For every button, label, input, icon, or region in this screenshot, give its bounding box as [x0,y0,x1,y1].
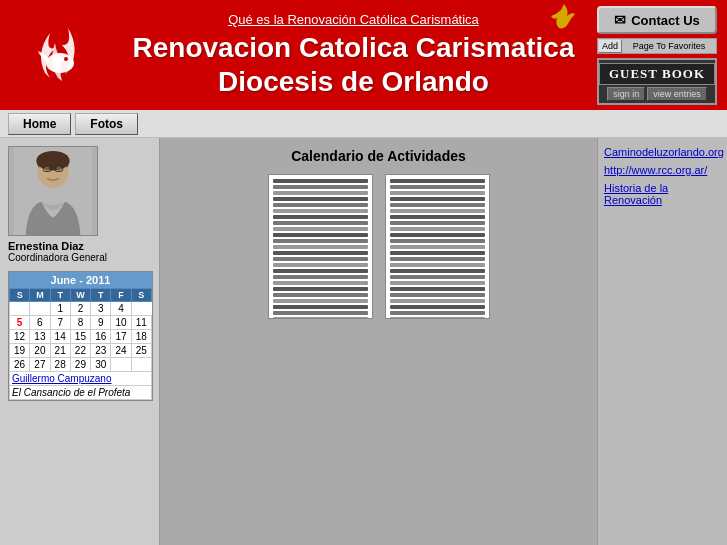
svg-point-7 [56,167,61,171]
cal-day-sat: S [131,289,151,302]
cal-day-thu: T [91,289,111,302]
cal-cell: 14 [50,330,70,344]
main-content: Ernestina Diaz Coordinadora General June… [0,138,727,545]
guestbook-signin-button[interactable]: sign in [607,87,645,101]
cal-day-wed: W [70,289,90,302]
person-avatar [13,147,93,235]
cal-cell: 30 [91,358,111,372]
document-image-1[interactable] [268,174,373,319]
add-favorites-bar: Add Page To Favorites [597,38,717,54]
cal-cell: 19 [10,344,30,358]
table-row: 5 6 7 8 9 10 11 [10,316,152,330]
calendar: June - 2011 S M T W T F S 1 2 3 4 [8,271,153,401]
cal-cell: 22 [70,344,90,358]
side-link-caminodelu[interactable]: Caminodeluzorlando.org [604,146,721,158]
person-name: Ernestina Diaz [8,240,151,252]
navigation: Home Fotos [0,110,727,138]
guestbook-title: GUEST BOOK [599,63,715,85]
cal-cell: 24 [111,344,131,358]
subtitle-link[interactable]: Qué es la Renovación Católica Carismátic… [228,12,479,27]
cal-cell: Guillermo Campuzano [10,372,152,386]
cal-cell: 10 [111,316,131,330]
cal-cell: 20 [30,344,50,358]
cal-cell: 6 [30,316,50,330]
cal-cell [111,358,131,372]
document-image-2[interactable] [385,174,490,319]
logo-area [0,0,120,110]
table-row: 1 2 3 4 [10,302,152,316]
header-right: ✉ Contact Us Add Page To Favorites GUEST… [587,0,727,110]
cal-cell: 9 [91,316,111,330]
side-link-rcc[interactable]: http://www.rcc.org.ar/ [604,164,721,176]
cal-cell: 17 [111,330,131,344]
cal-cell-today: 5 [10,316,30,330]
sidebar: Ernestina Diaz Coordinadora General June… [0,138,160,545]
cal-cell [10,302,30,316]
person-role: Coordinadora General [8,252,151,263]
cal-day-sun: S [10,289,30,302]
cal-day-mon: M [30,289,50,302]
add-button[interactable]: Add [598,39,622,53]
cal-cell [131,358,151,372]
page-to-favorites-label: Page To Favorites [622,41,716,51]
contact-button[interactable]: ✉ Contact Us [597,6,717,34]
cal-cell: 11 [131,316,151,330]
cal-cell: 15 [70,330,90,344]
mail-icon: ✉ [614,12,626,28]
cal-cell: 12 [10,330,30,344]
cal-event-subtitle: El Cansancio de el Profeta [10,386,152,400]
cal-cell: 18 [131,330,151,344]
cal-day-fri: F [111,289,131,302]
fotos-nav-button[interactable]: Fotos [75,113,138,135]
header: Qué es la Renovación Católica Carismátic… [0,0,727,110]
cal-cell: 16 [91,330,111,344]
calendar-header: June - 2011 [9,272,152,288]
cal-cell: 3 [91,302,111,316]
cal-day-tue: T [50,289,70,302]
content-area: Calendario de Actividades [160,138,597,545]
cal-cell: 21 [50,344,70,358]
svg-point-2 [64,57,68,61]
cal-cell: 8 [70,316,90,330]
table-row: 26 27 28 29 30 [10,358,152,372]
cal-cell: 27 [30,358,50,372]
side-links: Caminodeluzorlando.org http://www.rcc.or… [597,138,727,545]
cal-cell [30,302,50,316]
guestbook-area: GUEST BOOK sign in view entries [597,58,717,105]
cal-cell: 26 [10,358,30,372]
content-title: Calendario de Actividades [291,148,466,164]
home-nav-button[interactable]: Home [8,113,71,135]
logo-icon [20,13,100,98]
cal-cell: 13 [30,330,50,344]
cal-cell: 1 [50,302,70,316]
person-photo [8,146,98,236]
header-center: Qué es la Renovación Católica Carismátic… [120,0,587,110]
svg-point-6 [45,167,50,171]
cal-cell: 25 [131,344,151,358]
table-row: Guillermo Campuzano [10,372,152,386]
cal-cell: 7 [50,316,70,330]
cal-cell: 4 [111,302,131,316]
cal-cell: 29 [70,358,90,372]
cal-cell: 28 [50,358,70,372]
svg-point-1 [46,53,74,73]
calendar-event-link[interactable]: Guillermo Campuzano [12,373,112,384]
table-row: 12 13 14 15 16 17 18 [10,330,152,344]
header-dove-icon [549,2,579,32]
table-row: El Cansancio de el Profeta [10,386,152,400]
guestbook-view-button[interactable]: view entries [647,87,707,101]
side-link-historia[interactable]: Historia de la Renovación [604,182,721,206]
calendar-grid: S M T W T F S 1 2 3 4 5 [9,288,152,400]
cal-cell: 23 [91,344,111,358]
table-row: 19 20 21 22 23 24 25 [10,344,152,358]
document-images [268,174,490,319]
cal-cell: 2 [70,302,90,316]
header-title: Renovacion Catolica Carismatica Diocesis… [133,31,575,98]
svg-point-5 [36,151,69,171]
